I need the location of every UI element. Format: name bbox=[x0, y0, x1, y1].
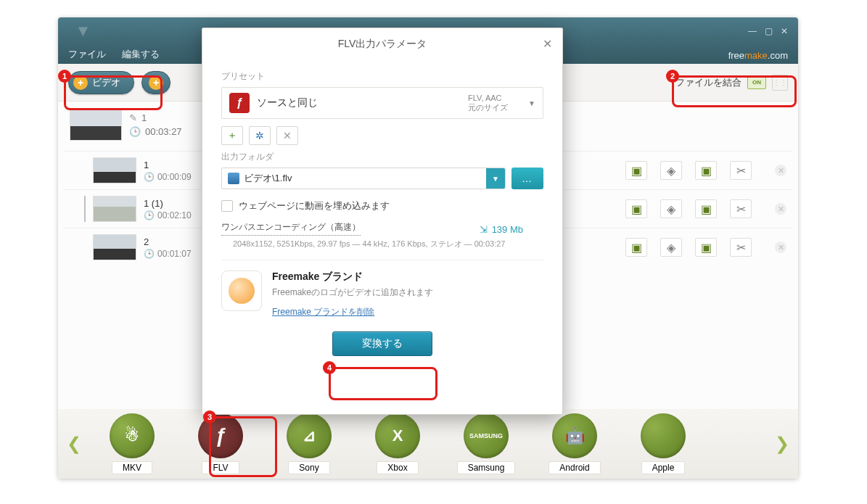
play-button[interactable]: ▣ bbox=[625, 238, 647, 257]
format-label: FLV bbox=[202, 461, 239, 474]
estimated-size: ⇲ 139 Mb bbox=[480, 224, 523, 235]
preset-section-label: プリセット bbox=[221, 70, 543, 83]
brand-link[interactable]: freemake.com bbox=[728, 49, 788, 61]
thumbnail bbox=[93, 234, 136, 260]
minimize-button[interactable]: — bbox=[747, 26, 757, 36]
output-path-field[interactable]: ビデオ\1.flv ▼ bbox=[221, 168, 506, 189]
format-label: Xbox bbox=[377, 461, 418, 474]
format-label: Sony bbox=[288, 461, 329, 474]
menu-edit[interactable]: 編集する bbox=[122, 48, 160, 61]
play-button[interactable]: ▣ bbox=[695, 199, 717, 218]
encoding-mode-link[interactable]: ワンパスエンコーディング（高速） bbox=[221, 221, 361, 236]
edit-icon: ✎ bbox=[129, 112, 137, 123]
embed-video-checkbox[interactable] bbox=[221, 200, 233, 212]
play-button[interactable]: ▣ bbox=[695, 238, 717, 257]
divider bbox=[221, 260, 543, 260]
format-sony[interactable]: ⊿Sony bbox=[271, 413, 347, 474]
settings-button[interactable]: ◈ bbox=[660, 161, 682, 180]
encoding-details: 2048x1152, 5251Kbps, 29.97 fps — 44 kHz,… bbox=[233, 239, 543, 249]
add-preset-button[interactable]: ＋ bbox=[221, 126, 243, 145]
format-label: Samsung bbox=[457, 461, 516, 474]
dialog-title: FLV出力パラメータ bbox=[338, 38, 427, 51]
clip-duration: 00:01:07 bbox=[157, 249, 192, 259]
scroll-left-button[interactable]: ❮ bbox=[67, 434, 81, 454]
plus-icon: + bbox=[73, 75, 88, 90]
format-label: Android bbox=[548, 461, 600, 474]
output-format-strip: ❮ ☃MKV ƒFLV ⊿Sony XXbox SAMSUNGSamsung 🤖… bbox=[58, 409, 798, 479]
xbox-icon: X bbox=[375, 413, 420, 458]
output-path-value: ビデオ\1.flv bbox=[244, 172, 292, 185]
clip-name: 2 bbox=[144, 236, 192, 247]
convert-button[interactable]: 変換する bbox=[332, 331, 432, 356]
scroll-right-button[interactable]: ❯ bbox=[775, 434, 789, 454]
settings-button[interactable]: ◈ bbox=[660, 199, 682, 218]
delete-preset-button[interactable]: ✕ bbox=[276, 126, 298, 145]
add-video-button[interactable]: + ビデオ bbox=[68, 71, 134, 94]
film-icon bbox=[228, 173, 239, 184]
apple-icon bbox=[641, 413, 686, 458]
flv-icon: ƒ bbox=[198, 413, 243, 458]
download-icon: ⇲ bbox=[480, 224, 488, 235]
maximize-button[interactable]: ▢ bbox=[763, 26, 773, 36]
output-params-dialog: FLV出力パラメータ ✕ プリセット ƒ ソースと同じ FLV, AAC元のサイ… bbox=[202, 28, 563, 415]
add-video-label: ビデオ bbox=[92, 76, 120, 89]
dialog-close-button[interactable]: ✕ bbox=[543, 37, 552, 51]
clip-duration: 00:02:10 bbox=[157, 210, 192, 220]
settings-button[interactable]: ◈ bbox=[660, 238, 682, 257]
browse-button[interactable]: … bbox=[511, 168, 543, 189]
format-label: MKV bbox=[112, 461, 152, 474]
thumbnail bbox=[93, 196, 136, 222]
path-dropdown-button[interactable]: ▼ bbox=[486, 168, 505, 189]
join-files-toggle[interactable]: ON bbox=[747, 76, 766, 89]
play-button[interactable]: ▣ bbox=[625, 161, 647, 180]
chevron-down-icon: ▼ bbox=[528, 99, 535, 107]
samsung-icon: SAMSUNG bbox=[464, 413, 509, 458]
master-name: 1 bbox=[141, 112, 147, 123]
output-folder-label: 出力フォルダ bbox=[221, 151, 543, 163]
play-button[interactable]: ▣ bbox=[625, 199, 647, 218]
join-files-group: ファイルを結合 ON ⋮⋮ bbox=[675, 75, 788, 91]
format-flv[interactable]: ƒFLV bbox=[183, 413, 258, 474]
clock-icon: 🕒 bbox=[144, 210, 155, 220]
remove-brand-link[interactable]: Freemake ブランドを削除 bbox=[272, 306, 433, 318]
sony-icon: ⊿ bbox=[287, 413, 332, 458]
mkv-icon: ☃ bbox=[110, 413, 155, 458]
remove-button[interactable]: ✕ bbox=[775, 241, 786, 253]
format-mkv[interactable]: ☃MKV bbox=[94, 413, 170, 474]
menu-file[interactable]: ファイル bbox=[68, 48, 106, 61]
preset-dropdown[interactable]: ƒ ソースと同じ FLV, AAC元のサイズ ▼ bbox=[221, 87, 543, 119]
format-android[interactable]: 🤖Android bbox=[537, 413, 612, 474]
close-button[interactable]: ✕ bbox=[779, 26, 789, 36]
preset-meta: FLV, AAC元のサイズ bbox=[468, 94, 508, 112]
branding-row: Freemake ブランド Freemakeのロゴがビデオに追加されます Fre… bbox=[221, 270, 543, 318]
format-xbox[interactable]: XXbox bbox=[360, 413, 435, 474]
format-label: Apple bbox=[641, 461, 686, 474]
join-files-label: ファイルを結合 bbox=[675, 76, 741, 89]
play-button[interactable]: ▣ bbox=[695, 161, 717, 180]
app-logo: ▼ bbox=[58, 17, 109, 45]
clock-icon: 🕒 bbox=[129, 126, 141, 137]
preset-name: ソースと同じ bbox=[257, 96, 461, 110]
brand-subtitle: Freemakeのロゴがビデオに追加されます bbox=[272, 286, 433, 299]
cut-button[interactable]: ✂ bbox=[730, 199, 752, 218]
clip-name: 1 (1) bbox=[144, 198, 192, 209]
edit-preset-button[interactable]: ✲ bbox=[249, 126, 271, 145]
brand-logo-icon bbox=[221, 270, 262, 311]
clip-name: 1 bbox=[144, 160, 192, 170]
format-samsung[interactable]: SAMSUNGSamsung bbox=[448, 413, 524, 474]
clip-duration: 00:00:09 bbox=[157, 172, 192, 182]
brand-title: Freemake ブランド bbox=[272, 270, 433, 284]
flash-icon: ƒ bbox=[229, 93, 250, 113]
plus-icon: + bbox=[149, 75, 163, 90]
remove-button[interactable]: ✕ bbox=[775, 203, 786, 215]
clock-icon: 🕒 bbox=[144, 249, 155, 259]
thumbnail bbox=[70, 109, 122, 141]
add-more-button[interactable]: + bbox=[141, 71, 170, 94]
format-apple[interactable]: Apple bbox=[625, 413, 701, 474]
thumbnail bbox=[93, 157, 136, 183]
layout-options-button[interactable]: ⋮⋮ bbox=[772, 75, 788, 91]
cut-button[interactable]: ✂ bbox=[730, 238, 752, 257]
dialog-title-bar: FLV出力パラメータ ✕ bbox=[202, 28, 562, 60]
remove-button[interactable]: ✕ bbox=[775, 165, 786, 176]
cut-button[interactable]: ✂ bbox=[730, 161, 752, 180]
